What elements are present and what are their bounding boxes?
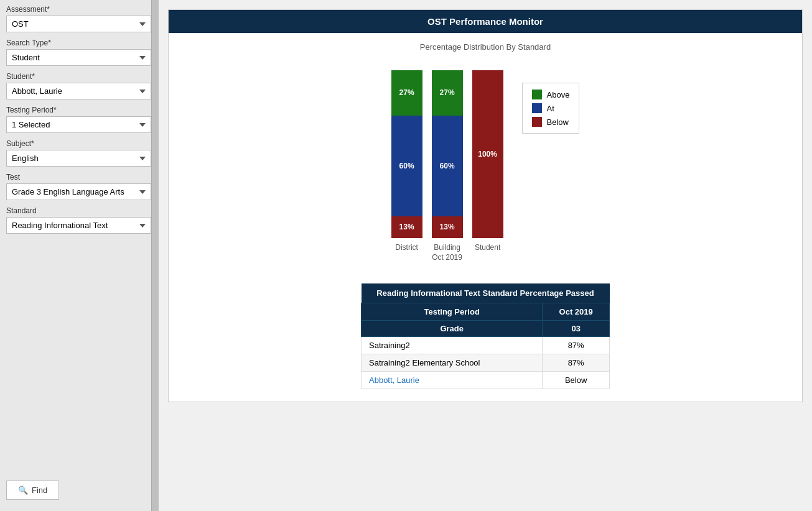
subject-label: Subject* <box>6 139 151 148</box>
above-color-swatch <box>532 90 542 99</box>
table-body: Satraining287%Satraining2 Elementary Sch… <box>362 337 610 389</box>
table-row: Satraining2 Elementary School87% <box>362 354 610 372</box>
testing-period-select[interactable]: 1 Selected <box>6 116 151 133</box>
table-title-row: Reading Informational Text Standard Perc… <box>362 283 610 303</box>
below-label: Below <box>547 117 569 127</box>
main-content: OST Performance Monitor Percentage Distr… <box>159 0 812 511</box>
below-color-swatch <box>532 117 542 127</box>
search-type-select[interactable]: Student <box>6 49 151 66</box>
standard-label: Standard <box>6 206 151 215</box>
chart-subtitle: Percentage Distribution By Standard <box>181 42 790 52</box>
legend-above: Above <box>532 90 570 99</box>
student-label: Student* <box>6 72 151 81</box>
col1-header: Testing Period <box>362 303 543 321</box>
subject-field: Subject* English <box>6 139 151 167</box>
chart-period: Oct 2019 <box>432 253 462 262</box>
student-bar: 100% <box>472 70 503 238</box>
row-name: Satraining2 <box>362 337 543 354</box>
district-below: 13% <box>391 216 422 238</box>
row-name: Satraining2 Elementary School <box>362 354 543 372</box>
chart-section: Percentage Distribution By Standard 27% … <box>169 33 802 277</box>
standard-select[interactable]: Reading Informational Text <box>6 217 151 234</box>
building-bar: 27% 60% 13% <box>432 70 463 238</box>
assessment-field: Assessment* OST <box>6 5 151 32</box>
building-label: Building <box>432 243 463 252</box>
col2-header: Oct 2019 <box>543 303 610 321</box>
table-row: Abbott, LaurieBelow <box>362 372 610 389</box>
table-subheader-row: Grade 03 <box>362 321 610 337</box>
district-above: 27% <box>391 70 422 116</box>
table-header-row: Testing Period Oct 2019 <box>362 303 610 321</box>
student-below: 100% <box>472 70 503 238</box>
district-bar: 27% 60% 13% <box>391 70 422 238</box>
student-select[interactable]: Abbott, Laurie <box>6 83 151 99</box>
legend-below: Below <box>532 117 570 127</box>
district-at: 60% <box>391 116 422 216</box>
row-name[interactable]: Abbott, Laurie <box>362 372 543 389</box>
content-card: OST Performance Monitor Percentage Distr… <box>168 9 803 402</box>
col2-subheader: 03 <box>543 321 610 337</box>
find-button[interactable]: 🔍 Find <box>6 481 59 500</box>
assessment-select[interactable]: OST <box>6 16 151 32</box>
card-title: OST Performance Monitor <box>427 16 543 27</box>
building-below: 13% <box>432 216 463 238</box>
row-value: 87% <box>543 354 610 372</box>
building-at: 60% <box>432 116 463 216</box>
legend-at: At <box>532 103 570 113</box>
table-row: Satraining287% <box>362 337 610 354</box>
above-label: Above <box>547 90 570 99</box>
testing-period-label: Testing Period* <box>6 106 151 114</box>
test-label: Test <box>6 173 151 182</box>
search-type-label: Search Type* <box>6 39 151 47</box>
chart-legend: Above At Below <box>522 83 580 134</box>
row-value: Below <box>543 372 610 389</box>
row-value: 87% <box>543 337 610 354</box>
scroll-handle[interactable] <box>151 0 159 511</box>
search-type-field: Search Type* Student <box>6 39 151 66</box>
student-label: Student <box>472 243 503 252</box>
standard-field: Standard Reading Informational Text <box>6 206 151 234</box>
test-select[interactable]: Grade 3 English Language Arts <box>6 183 151 200</box>
at-label: At <box>547 104 554 113</box>
data-table-section: Reading Informational Text Standard Perc… <box>169 283 802 389</box>
card-header: OST Performance Monitor <box>169 10 802 33</box>
assessment-label: Assessment* <box>6 5 151 14</box>
performance-table: Reading Informational Text Standard Perc… <box>361 283 610 389</box>
student-field: Student* Abbott, Laurie <box>6 72 151 99</box>
sidebar: Assessment* OST Search Type* Student Stu… <box>0 0 159 511</box>
col1-subheader: Grade <box>362 321 543 337</box>
sidebar-bottom: 🔍 Find <box>6 481 151 506</box>
district-label: District <box>391 243 422 252</box>
building-above: 27% <box>432 70 463 116</box>
table-title: Reading Informational Text Standard Perc… <box>362 283 610 303</box>
subject-select[interactable]: English <box>6 150 151 167</box>
test-field: Test Grade 3 English Language Arts <box>6 173 151 200</box>
at-color-swatch <box>532 103 542 113</box>
search-icon: 🔍 <box>18 486 28 495</box>
find-button-label: Find <box>32 486 47 495</box>
testing-period-field: Testing Period* 1 Selected <box>6 106 151 133</box>
